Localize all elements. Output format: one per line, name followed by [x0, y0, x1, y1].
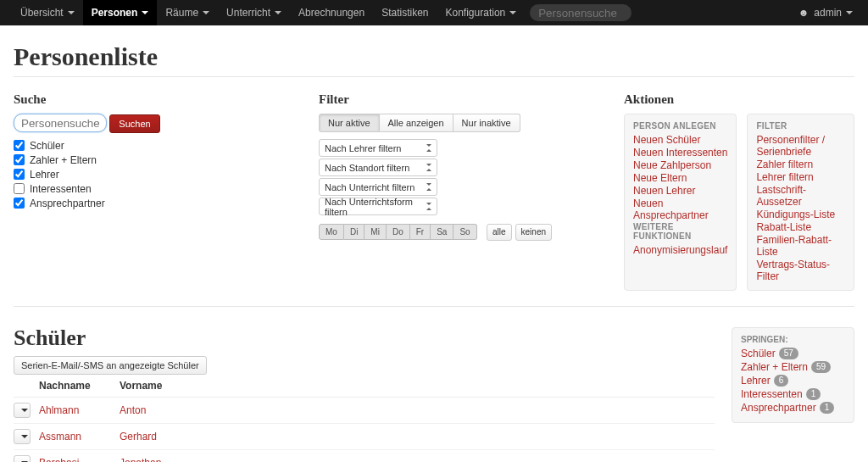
bulk-mail-button[interactable]: Serien-E-Mail/-SMS an angezeigte Schüler	[14, 356, 207, 375]
jump-link[interactable]: Lehrer	[741, 375, 771, 387]
action-link[interactable]: Neuen Lehrer	[633, 185, 727, 197]
user-icon: ☻	[798, 7, 810, 19]
jump-link[interactable]: Schüler	[741, 348, 776, 359]
day-toggle[interactable]: Sa	[431, 224, 453, 240]
actions-left-well: PERSON ANLEGEN Neuen SchülerNeuen Intere…	[624, 114, 737, 291]
search-heading: Suche	[14, 92, 293, 107]
actions-right-well: FILTER Personenfilter / SerienbriefeZahl…	[747, 114, 854, 291]
search-check-row: Ansprechpartner	[14, 198, 293, 209]
jump-row: Interessenten 1	[741, 388, 845, 400]
day-all-button[interactable]: alle	[487, 224, 512, 241]
nav-item-personen[interactable]: Personen	[83, 0, 158, 25]
day-toggle[interactable]: Di	[344, 224, 364, 240]
day-toggle[interactable]: Mo	[319, 224, 344, 240]
filter-seg[interactable]: Nur aktive	[319, 114, 380, 132]
filter-selects: Nach Lehrer filternNach Standort filtern…	[319, 139, 598, 215]
search-check-row: Lehrer	[14, 169, 293, 181]
nav-left: ÜbersichtPersonenRäumeUnterrichtAbrechnu…	[12, 0, 632, 25]
search-check-0[interactable]	[14, 140, 25, 151]
vorname-link[interactable]: Anton	[120, 404, 146, 416]
action-link[interactable]: Anonymisierungslauf	[633, 244, 727, 256]
action-link[interactable]: Lastschrift-Aussetzer	[756, 184, 845, 208]
row-menu-button[interactable]	[14, 403, 31, 418]
search-check-label: Zahler + Eltern	[30, 154, 97, 166]
jump-count: 6	[774, 375, 789, 387]
nav-item-abrechnungen[interactable]: Abrechnungen	[290, 0, 373, 25]
jump-link[interactable]: Interessenten	[741, 388, 803, 400]
actions-left-h2: WEITERE FUNKTIONEN	[633, 222, 727, 241]
search-check-1[interactable]	[14, 154, 25, 165]
jump-row: Zahler + Eltern 59	[741, 361, 845, 373]
schueler-row: Schüler Serien-E-Mail/-SMS an angezeigte…	[14, 322, 854, 462]
action-link[interactable]: Personenfilter / Serienbriefe	[756, 134, 845, 158]
top-row: Suche Suchen SchülerZahler + ElternLehre…	[14, 92, 854, 291]
nav-item-übersicht[interactable]: Übersicht	[12, 0, 83, 25]
filter-seg[interactable]: Alle anzeigen	[380, 114, 453, 132]
nav-item-räume[interactable]: Räume	[157, 0, 218, 25]
search-checkbox-list: SchülerZahler + ElternLehrerInteressente…	[14, 140, 293, 209]
chevron-down-icon	[21, 435, 28, 438]
search-check-row: Interessenten	[14, 183, 293, 195]
day-toggle[interactable]: So	[453, 224, 476, 240]
action-link[interactable]: Neuen Ansprechpartner	[633, 198, 727, 221]
chevron-down-icon	[509, 11, 516, 14]
action-link[interactable]: Neue Zahlperson	[633, 159, 727, 171]
filter-select[interactable]: Nach Lehrer filtern	[319, 139, 437, 157]
navbar-search-input[interactable]	[530, 4, 632, 21]
action-link[interactable]: Neuen Interessenten	[633, 147, 727, 159]
day-none-button[interactable]: keinen	[515, 224, 552, 241]
chevron-down-icon	[203, 11, 209, 14]
chevron-down-icon	[21, 409, 28, 412]
schueler-heading: Schüler	[14, 326, 715, 351]
search-check-2[interactable]	[14, 169, 25, 180]
nav-item-unterricht[interactable]: Unterricht	[218, 0, 290, 25]
action-link[interactable]: Vertrags-Status-Filter	[756, 259, 845, 282]
day-toggle[interactable]: Fr	[410, 224, 431, 240]
user-menu[interactable]: admin	[809, 0, 856, 25]
action-link[interactable]: Neue Eltern	[633, 172, 727, 184]
schueler-main: Schüler Serien-E-Mail/-SMS an angezeigte…	[14, 322, 715, 462]
day-toggle[interactable]: Do	[387, 224, 410, 240]
nachname-link[interactable]: Barabasi	[39, 457, 79, 462]
nachname-link[interactable]: Ahlmann	[39, 404, 79, 416]
vorname-link[interactable]: Jonathan	[120, 457, 161, 462]
jump-row: Lehrer 6	[741, 375, 845, 387]
search-input[interactable]	[14, 114, 107, 132]
filter-active-segment: Nur aktiveAlle anzeigenNur inaktive	[319, 114, 520, 132]
divider	[14, 76, 854, 77]
action-link[interactable]: Neuen Schüler	[633, 134, 727, 146]
search-check-4[interactable]	[14, 198, 25, 209]
action-link[interactable]: Zahler filtern	[756, 159, 845, 170]
chevron-down-icon	[275, 11, 281, 14]
filter-seg[interactable]: Nur inaktive	[453, 114, 520, 132]
filter-select[interactable]: Nach Unterrichtsform filtern	[319, 198, 437, 215]
row-menu-button[interactable]	[14, 429, 31, 444]
search-button[interactable]: Suchen	[109, 114, 159, 133]
search-check-label: Lehrer	[30, 169, 59, 181]
search-column: Suche Suchen SchülerZahler + ElternLehre…	[14, 92, 293, 291]
nachname-link[interactable]: Assmann	[39, 431, 81, 443]
filter-heading: Filter	[319, 92, 598, 107]
action-link[interactable]: Rabatt-Liste	[756, 221, 845, 233]
jump-link[interactable]: Zahler + Eltern	[741, 361, 808, 373]
springen-well: SPRINGEN: Schüler 57Zahler + Eltern 59Le…	[732, 327, 854, 423]
jump-link[interactable]: Ansprechpartner	[741, 402, 816, 414]
actions-column: Aktionen PERSON ANLEGEN Neuen SchülerNeu…	[624, 92, 854, 291]
filter-select[interactable]: Nach Unterricht filtern	[319, 178, 437, 196]
col-nachname: Nachname	[39, 376, 120, 398]
filter-column: Filter Nur aktiveAlle anzeigenNur inakti…	[319, 92, 598, 291]
search-check-label: Schüler	[30, 140, 64, 152]
filter-select[interactable]: Nach Standort filtern	[319, 159, 437, 176]
nav-item-statistiken[interactable]: Statistiken	[373, 0, 437, 25]
action-link[interactable]: Lehrer filtern	[756, 171, 845, 183]
day-group: MoDiMiDoFrSaSo	[319, 224, 477, 240]
row-menu-button[interactable]	[14, 455, 31, 462]
day-toggle[interactable]: Mi	[364, 224, 387, 240]
vorname-link[interactable]: Gerhard	[120, 431, 157, 443]
col-vorname: Vorname	[120, 376, 715, 398]
nav-item-konfiguration[interactable]: Konfiguration	[437, 0, 526, 25]
action-link[interactable]: Familien-Rabatt-Liste	[756, 234, 845, 258]
table-row: AssmannGerhard	[14, 424, 715, 450]
action-link[interactable]: Kündigungs-Liste	[756, 209, 845, 220]
search-check-3[interactable]	[14, 183, 25, 194]
